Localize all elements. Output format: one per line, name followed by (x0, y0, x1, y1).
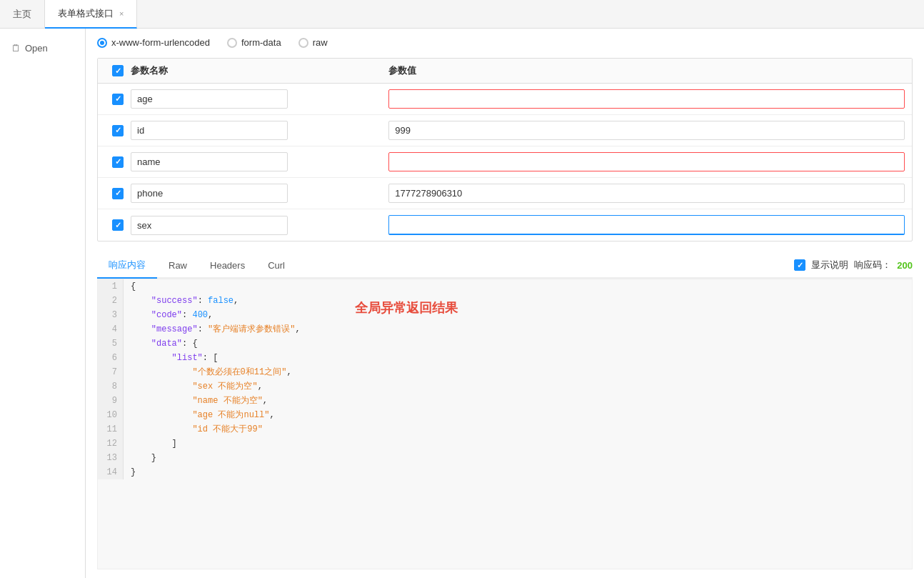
radio-urlencoded-label: x-www-form-urlencoded (111, 37, 210, 48)
show-desc-checkbox[interactable] (794, 259, 805, 271)
response-area: 响应内容 Raw Headers Curl 显示说明 响应码： 200 (97, 253, 913, 569)
param-row-sex: sex (98, 209, 912, 241)
params-table: 参数名称 参数值 age i (97, 58, 913, 241)
show-desc-label: 显示说明 (811, 259, 848, 271)
code-line-13: 13 } (98, 451, 912, 465)
response-tab-right: 显示说明 响应码： 200 (794, 259, 913, 271)
param-name-sex: sex (131, 216, 288, 235)
tab-home[interactable]: 主页 (0, 0, 45, 28)
tab-response-raw[interactable]: Raw (157, 254, 199, 278)
tab-form-api[interactable]: 表单格式接口 × (45, 0, 137, 29)
radio-formdata[interactable]: form-data (227, 37, 281, 48)
response-tabs: 响应内容 Raw Headers Curl 显示说明 响应码： 200 (97, 253, 913, 279)
header-checkbox[interactable] (112, 65, 124, 76)
param-value-id[interactable] (388, 121, 905, 140)
tab-response-raw-label: Raw (169, 260, 187, 271)
param-row-id: id (98, 115, 912, 146)
layout: 🗒 Open x-www-form-urlencoded form-data r… (0, 29, 924, 578)
code-line-3: 3 "code": 400, (98, 308, 912, 322)
tab-response-content-label: 响应内容 (109, 259, 146, 270)
code-line-4: 4 "message": "客户端请求参数错误", (98, 322, 912, 337)
param-name-id: id (131, 121, 288, 140)
param-row-age: age (98, 84, 912, 115)
tab-bar: 主页 表单格式接口 × (0, 0, 924, 29)
code-line-7: 7 "个数必须在0和11之间", (98, 365, 912, 379)
tab-form-api-label: 表单格式接口 (58, 7, 114, 20)
code-line-9: 9 "name 不能为空", (98, 394, 912, 408)
tab-response-curl-label: Curl (268, 260, 285, 271)
checkbox-phone[interactable] (112, 188, 124, 199)
param-value-name[interactable] (388, 152, 905, 171)
tab-response-headers[interactable]: Headers (199, 254, 256, 278)
code-line-11: 11 "id 不能大于99" (98, 422, 912, 437)
sidebar-open-label: Open (25, 43, 48, 54)
code-line-12: 12 ] (98, 437, 912, 451)
radio-urlencoded[interactable]: x-www-form-urlencoded (97, 37, 210, 48)
response-code-value: 200 (897, 260, 913, 271)
param-value-age[interactable] (388, 89, 905, 109)
radio-raw-circle (298, 38, 308, 48)
code-line-2: 2 "success": false, (98, 294, 912, 308)
code-line-1: 1 { (98, 279, 912, 294)
code-line-8: 8 "sex 不能为空", (98, 379, 912, 394)
col-name-header: 参数名称 (131, 64, 388, 77)
sidebar: 🗒 Open (0, 29, 86, 578)
tab-response-headers-label: Headers (210, 260, 245, 271)
checkbox-sex[interactable] (112, 219, 124, 231)
col-value-header: 参数值 (388, 64, 905, 77)
code-line-5: 5 "data": { (98, 337, 912, 351)
radio-urlencoded-circle (97, 38, 107, 48)
params-table-header: 参数名称 参数值 (98, 59, 912, 84)
param-name-phone: phone (131, 184, 288, 203)
tab-response-content[interactable]: 响应内容 (97, 253, 157, 279)
param-value-sex[interactable] (388, 215, 905, 235)
param-name-age: age (131, 89, 288, 109)
main-content: x-www-form-urlencoded form-data raw 参数名称… (86, 29, 924, 578)
radio-raw[interactable]: raw (298, 37, 328, 48)
tab-home-label: 主页 (13, 8, 31, 21)
param-row-name: name (98, 146, 912, 178)
param-row-phone: phone (98, 178, 912, 209)
checkbox-name[interactable] (112, 156, 124, 168)
code-viewer: 全局异常返回结果 1 { 2 "success": false, 3 (97, 279, 913, 569)
code-line-6: 6 "list": [ (98, 351, 912, 365)
sidebar-item-open[interactable]: 🗒 Open (0, 37, 85, 59)
tab-close-icon[interactable]: × (119, 9, 124, 18)
content-type-radio-group: x-www-form-urlencoded form-data raw (97, 37, 913, 48)
checkbox-age[interactable] (112, 94, 124, 105)
radio-raw-label: raw (313, 37, 328, 48)
response-code-label: 响应码： (854, 259, 891, 271)
param-value-phone[interactable] (388, 184, 905, 203)
param-name-name: name (131, 152, 288, 171)
code-line-10: 10 "age 不能为null", (98, 408, 912, 422)
radio-formdata-circle (227, 38, 237, 48)
code-line-14: 14 } (98, 465, 912, 479)
file-icon: 🗒 (11, 43, 21, 54)
radio-formdata-label: form-data (241, 37, 281, 48)
tab-response-curl[interactable]: Curl (256, 254, 296, 278)
checkbox-id[interactable] (112, 125, 124, 136)
annotation-text: 全局异常返回结果 (326, 299, 458, 317)
